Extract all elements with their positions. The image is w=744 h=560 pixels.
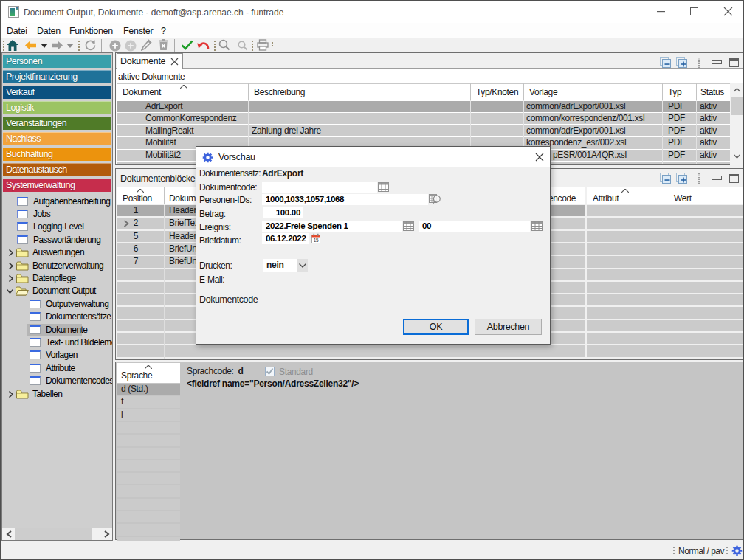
svg-text:15: 15 (314, 238, 319, 243)
